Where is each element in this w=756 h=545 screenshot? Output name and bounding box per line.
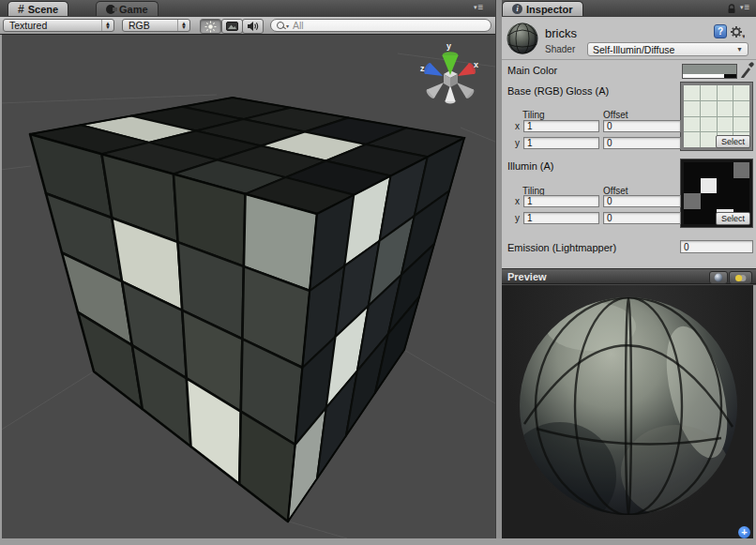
preview-viewport[interactable]: +: [502, 285, 753, 538]
search-filter-arrow-icon: ▾: [286, 23, 289, 29]
preview-title: Preview: [507, 271, 547, 282]
base-y-label: y: [515, 138, 520, 148]
material-name: bricks: [545, 26, 577, 40]
preview-sphere: [502, 285, 753, 538]
main-color-label: Main Color: [507, 65, 557, 76]
scene-tabbar: # Scene Game ▾≡: [0, 0, 495, 18]
illumin-tiling-x-field[interactable]: [523, 195, 599, 207]
sphere-icon: [714, 273, 723, 282]
tab-scene[interactable]: # Scene: [8, 1, 68, 16]
search-icon: [277, 22, 284, 29]
emission-field[interactable]: [680, 240, 753, 253]
preview-lighting-button[interactable]: [729, 271, 752, 284]
unity-editor-window: { "scene": { "tabs": [ { "label": "Scene…: [0, 0, 756, 545]
illumin-offset-y-field[interactable]: [603, 212, 681, 224]
pane-splitter[interactable]: [495, 0, 502, 538]
illumin-y-label: y: [515, 213, 520, 223]
add-button[interactable]: +: [738, 526, 750, 538]
shader-value: Self-Illumin/Diffuse: [593, 44, 674, 55]
tab-game-label: Game: [119, 4, 148, 15]
dropdown-arrows-icon: ▲▼: [101, 20, 113, 31]
illumin-offset-x-field[interactable]: [603, 195, 681, 207]
tab-game[interactable]: Game: [96, 1, 159, 16]
scene-audio-toggle[interactable]: [242, 19, 264, 34]
base-tiling-x-field[interactable]: [523, 120, 599, 132]
lock-icon[interactable]: [727, 4, 736, 14]
base-offset-label: Offset: [603, 110, 628, 120]
illumin-map-label: Illumin (A): [507, 160, 554, 172]
orientation-gizmo[interactable]: yzx: [420, 41, 478, 103]
main-color-swatch[interactable]: [682, 64, 737, 79]
help-icon[interactable]: ?: [714, 24, 727, 38]
scene-lighting-toggle[interactable]: [200, 19, 221, 34]
scene-pane-menu-icon[interactable]: ▾≡: [474, 3, 483, 12]
illumin-select-button[interactable]: Select: [716, 212, 750, 225]
render-mode-value: Textured: [9, 20, 47, 31]
dropdown-arrows-icon: ▲▼: [177, 20, 189, 31]
color-channel-dropdown[interactable]: RGB ▲▼: [122, 19, 190, 32]
illumin-x-label: x: [515, 196, 520, 206]
eyedropper-icon[interactable]: [739, 61, 754, 79]
preview-sphere-button[interactable]: [709, 271, 728, 284]
base-offset-y-field[interactable]: [603, 137, 681, 149]
gear-icon[interactable]: ▼: [730, 25, 745, 39]
preview-header: Preview: [502, 268, 756, 284]
svg-text:▼: ▼: [741, 34, 745, 39]
tab-scene-label: Scene: [28, 4, 58, 15]
color-channel-value: RGB: [129, 20, 150, 31]
illumin-texture-well[interactable]: Select: [680, 159, 753, 228]
search-value: All: [293, 20, 304, 31]
base-select-button[interactable]: Select: [716, 135, 750, 148]
illumin-tiling-y-field[interactable]: [523, 212, 599, 224]
base-tiling-y-field[interactable]: [523, 137, 599, 149]
render-mode-dropdown[interactable]: Textured ▲▼: [3, 19, 114, 32]
game-icon: [106, 5, 115, 14]
emission-label: Emission (Lightmapper): [507, 242, 616, 253]
two-dots-icon: [734, 274, 748, 282]
scene-toolbar: Textured ▲▼ RGB ▲▼ ▾ All: [0, 17, 495, 35]
svg-text:z: z: [420, 64, 425, 73]
svg-text:y: y: [446, 41, 451, 51]
speaker-icon: [247, 21, 259, 32]
svg-text:x: x: [474, 60, 478, 69]
scene-search-input[interactable]: ▾ All: [270, 19, 491, 32]
inspector-pane-menu-icon[interactable]: ▾≡: [740, 3, 749, 12]
shader-dropdown[interactable]: Self-Illumin/Diffuse ▼: [587, 42, 748, 56]
tab-inspector-label: Inspector: [526, 4, 573, 15]
scene-skybox-toggle[interactable]: [221, 19, 243, 34]
base-tiling-label: Tiling: [522, 110, 545, 120]
inspector-tabbar: i Inspector ▾≡: [502, 0, 756, 18]
info-icon: i: [512, 4, 522, 14]
chevron-down-icon: ▼: [736, 46, 743, 53]
base-x-label: x: [515, 121, 520, 131]
scene-grid-icon: #: [18, 3, 24, 16]
window-left-edge: [0, 35, 2, 538]
scene-3d-view: yzx: [0, 35, 495, 538]
scene-viewport[interactable]: yzx: [0, 35, 495, 538]
tab-inspector[interactable]: i Inspector: [502, 1, 583, 16]
inspector-body: bricks Shader Self-Illumin/Diffuse ▼ ? ▼…: [502, 17, 756, 268]
base-offset-x-field[interactable]: [603, 120, 681, 132]
material-header: bricks Shader Self-Illumin/Diffuse ▼ ? ▼: [502, 17, 756, 60]
window-bottom-edge: [0, 538, 756, 545]
base-map-label: Base (RGB) Gloss (A): [507, 85, 609, 97]
material-sphere-icon: [506, 22, 539, 55]
image-icon: [226, 22, 238, 31]
sun-icon: [204, 21, 217, 33]
shader-field-label: Shader: [545, 44, 575, 54]
base-texture-well[interactable]: Select: [680, 82, 753, 151]
